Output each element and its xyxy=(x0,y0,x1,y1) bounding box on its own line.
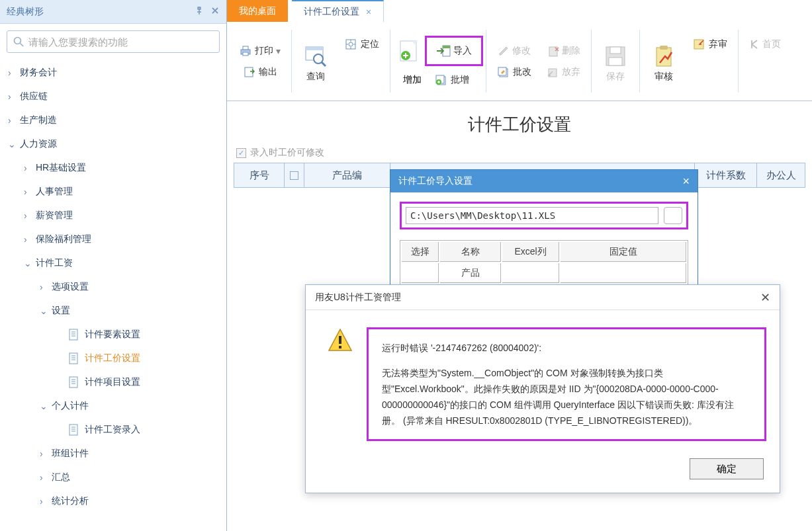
th-name[interactable]: 名称 xyxy=(440,242,501,262)
tree-item[interactable]: ›统计分析 xyxy=(0,489,226,513)
collapse-icon[interactable]: ⌄ xyxy=(40,401,52,411)
discard-button[interactable]: 弃审 xyxy=(689,35,731,54)
th-product[interactable]: 产品编 xyxy=(304,163,390,187)
tree-item-label: 财务会计 xyxy=(20,67,57,79)
expand-icon[interactable]: › xyxy=(40,472,52,483)
tree-item[interactable]: ›选项设置 xyxy=(0,275,226,299)
magnifier-icon xyxy=(304,44,328,68)
import-dialog-title: 计件工价导入设置 xyxy=(398,175,473,187)
tree-item[interactable]: ›供应链 xyxy=(0,85,226,108)
expand-icon[interactable]: › xyxy=(8,67,20,78)
expand-icon[interactable]: › xyxy=(8,91,20,102)
collapse-icon[interactable]: ⌄ xyxy=(24,258,36,268)
tree-item[interactable]: ⌄人力资源 xyxy=(0,132,226,156)
tree-item-label: 供应链 xyxy=(20,91,48,102)
error-close-icon[interactable]: ✕ xyxy=(760,290,770,305)
batchmod-button[interactable]: 批改 xyxy=(493,63,535,81)
svg-point-24 xyxy=(314,54,323,63)
modify-button[interactable]: 修改 xyxy=(494,42,535,60)
tree-item[interactable]: ⌄计件工资 xyxy=(0,251,226,275)
locate-button[interactable]: 定位 xyxy=(341,35,383,54)
th-checkbox[interactable] xyxy=(285,163,304,187)
batchadd-button[interactable]: 批增 xyxy=(431,71,473,89)
expand-icon[interactable]: › xyxy=(24,163,36,173)
tree-item[interactable]: ⌄设置 xyxy=(0,299,226,323)
homepage-button[interactable]: 首页 xyxy=(745,35,785,54)
th-select[interactable]: 选择 xyxy=(402,242,439,262)
import-dialog-close-icon[interactable]: × xyxy=(682,175,690,188)
tree-item[interactable]: 计件工价设置 xyxy=(0,347,226,370)
import-icon xyxy=(436,45,451,57)
tree-item[interactable]: ›班组计件 xyxy=(0,442,226,466)
error-line2: 无法将类型为"System.__ComObject"的 COM 对象强制转换为接… xyxy=(382,365,751,429)
tree-item-label: 计件工价设置 xyxy=(85,352,140,364)
tree-item[interactable]: ›保险福利管理 xyxy=(0,227,226,251)
print-label: 打印 xyxy=(255,45,273,57)
expand-icon[interactable]: › xyxy=(24,186,36,197)
svg-rect-6 xyxy=(69,353,77,364)
close-icon[interactable] xyxy=(210,6,220,17)
query-button[interactable]: 查询 xyxy=(294,36,337,87)
search-input[interactable] xyxy=(28,36,214,48)
abandon-button[interactable]: 放弃 xyxy=(543,63,584,81)
import-mapping-table: 选择 名称 Excel列 固定值 产品 xyxy=(400,240,688,285)
tree-item[interactable]: 计件工资录入 xyxy=(0,418,226,442)
expand-icon[interactable]: › xyxy=(40,496,52,507)
expand-icon[interactable]: › xyxy=(24,210,36,221)
expand-icon[interactable]: › xyxy=(40,448,52,459)
svg-rect-44 xyxy=(610,47,621,54)
delete-button[interactable]: 删除 xyxy=(543,42,584,60)
tree-item-label: 设置 xyxy=(52,305,70,317)
th-office[interactable]: 办公人 xyxy=(757,163,805,187)
sidebar: 经典树形 ›财务会计›供应链›生产制造⌄人力资源›HR基础设置›人事管理›薪资管… xyxy=(0,0,227,531)
query-label: 查询 xyxy=(306,71,325,83)
tab-active[interactable]: 计件工价设置 × xyxy=(292,0,384,22)
tab-close-icon[interactable]: × xyxy=(366,7,371,17)
tree-item-label: HR基础设置 xyxy=(36,162,86,174)
ok-button[interactable]: 确定 xyxy=(690,458,764,479)
mapping-row[interactable]: 产品 xyxy=(402,263,686,283)
floppy-icon xyxy=(604,44,627,68)
ribbon: 打印 ▾ 输出 查询 定位 xyxy=(227,22,812,101)
collapse-icon[interactable]: ⌄ xyxy=(40,306,52,316)
tree-item[interactable]: ›HR基础设置 xyxy=(0,156,226,180)
import-button[interactable]: 导入 xyxy=(432,42,476,60)
tree-item[interactable]: ›人事管理 xyxy=(0,180,226,204)
tree-item[interactable]: ›财务会计 xyxy=(0,61,226,85)
expand-icon[interactable]: › xyxy=(8,115,20,126)
error-text-highlight: 运行时错误 '-2147467262 (80004002)': 无法将类型为"S… xyxy=(367,327,766,441)
tree-item-label: 汇总 xyxy=(52,471,70,483)
th-seq[interactable]: 序号 xyxy=(234,163,285,187)
th-excelcol[interactable]: Excel列 xyxy=(502,242,559,262)
export-button[interactable]: 输出 xyxy=(239,63,281,81)
checkbox-icon: ✓ xyxy=(236,148,246,158)
tree-item[interactable]: ›生产制造 xyxy=(0,108,226,132)
tree-item[interactable]: ›薪资管理 xyxy=(0,204,226,227)
tree-item[interactable]: ›汇总 xyxy=(0,466,226,489)
collapse-icon[interactable]: ⌄ xyxy=(8,139,20,149)
import-dialog-titlebar[interactable]: 计件工价导入设置 × xyxy=(390,170,698,192)
th-fixed[interactable]: 固定值 xyxy=(561,242,686,262)
search-box[interactable] xyxy=(7,30,220,53)
tree-item[interactable]: ⌄个人计件 xyxy=(0,394,226,418)
tab-home-label: 我的桌面 xyxy=(239,5,276,17)
editable-checkbox-row[interactable]: ✓ 录入时工价可修改 xyxy=(227,143,812,163)
error-dialog-title: 用友U8计件工资管理 xyxy=(315,292,401,304)
th-coeff[interactable]: 计件系数 xyxy=(695,163,757,187)
tree-item-label: 人力资源 xyxy=(20,138,57,150)
tree-item[interactable]: 计件要素设置 xyxy=(0,323,226,347)
pin-icon[interactable] xyxy=(195,6,204,17)
expand-icon[interactable]: › xyxy=(40,282,52,292)
tree-item-label: 统计分析 xyxy=(52,495,89,507)
tree-item-label: 选项设置 xyxy=(52,281,89,293)
audit-button[interactable]: 审核 xyxy=(643,36,685,87)
import-path-input[interactable] xyxy=(406,207,658,224)
browse-button[interactable] xyxy=(664,207,682,224)
error-dialog-titlebar[interactable]: 用友U8计件工资管理 ✕ xyxy=(306,285,780,310)
save-button[interactable]: 保存 xyxy=(594,36,637,87)
tab-home[interactable]: 我的桌面 xyxy=(227,0,288,22)
abandon-label: 放弃 xyxy=(562,66,580,78)
tree-item[interactable]: 计件项目设置 xyxy=(0,370,226,394)
print-button[interactable]: 打印 ▾ xyxy=(235,42,285,60)
expand-icon[interactable]: › xyxy=(24,234,36,245)
